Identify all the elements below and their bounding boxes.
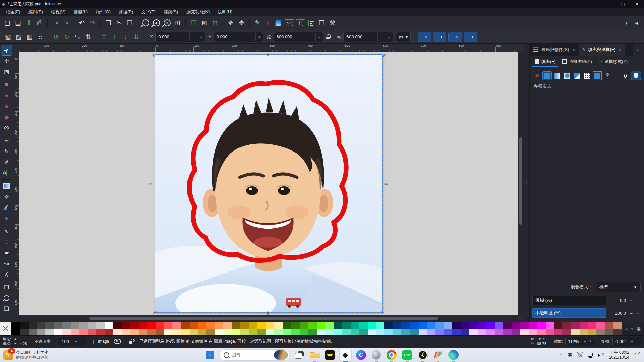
color-swatch[interactable] [486, 322, 495, 329]
edge-button[interactable] [447, 349, 460, 361]
line-button[interactable]: LINE [401, 349, 413, 361]
close-button[interactable]: ✕ [630, 0, 644, 8]
canva-button[interactable]: C [355, 349, 367, 361]
color-swatch[interactable] [419, 322, 427, 329]
blur-value[interactable]: 0.0 [606, 298, 628, 303]
move-gradients-toggle[interactable]: ⇢ [448, 32, 462, 42]
opacity-status-input[interactable] [58, 339, 73, 344]
clock-app-button[interactable] [417, 349, 429, 361]
lower-icon[interactable]: ↓ [120, 32, 131, 42]
menu-5[interactable]: 路徑(P) [115, 8, 137, 16]
opacity-plus-button[interactable]: + [635, 310, 641, 316]
no-color-swatch[interactable]: ✕ [0, 322, 11, 335]
scale-stroke-toggle[interactable]: ⇢ [418, 32, 431, 42]
color-swatch[interactable] [503, 329, 512, 335]
flip-horizontal-icon[interactable]: ⇆ [72, 32, 83, 42]
color-swatch[interactable] [274, 322, 283, 329]
color-swatch[interactable] [410, 329, 418, 335]
color-swatch[interactable] [206, 322, 215, 329]
color-swatch[interactable] [419, 329, 427, 335]
text-dialog-icon[interactable]: T [263, 18, 273, 28]
fill-none-button[interactable]: ✕ [533, 72, 541, 80]
deselect-icon[interactable]: ▦ [24, 32, 35, 42]
color-swatch[interactable] [384, 329, 393, 335]
search-highlight-thumbnail[interactable] [274, 350, 288, 360]
color-swatch[interactable] [172, 322, 181, 329]
tool-gradient[interactable] [1, 181, 12, 191]
duplicate-icon[interactable]: ❏ [188, 18, 199, 28]
redo-icon[interactable]: ↷ [87, 18, 98, 28]
opacity-value[interactable]: 100.0 [606, 311, 628, 316]
color-swatch[interactable] [190, 322, 198, 329]
notification-bell-icon[interactable] [634, 352, 639, 358]
color-swatch[interactable] [613, 322, 622, 329]
game-app-button[interactable] [324, 349, 336, 361]
height-field[interactable]: −+ [343, 32, 393, 42]
color-swatch[interactable] [588, 322, 596, 329]
rotation-plus-icon[interactable]: + [635, 339, 641, 344]
color-swatch[interactable] [613, 329, 622, 335]
import-icon[interactable]: ⇥ [50, 18, 61, 28]
tool-3dbox[interactable]: ◈ [1, 112, 12, 122]
height-input[interactable] [344, 34, 377, 39]
color-swatch[interactable] [580, 329, 588, 335]
fill-swatch-button[interactable] [593, 72, 601, 80]
color-swatch[interactable] [580, 322, 588, 329]
tool-calligraphy[interactable]: ✐ [1, 157, 12, 167]
blend-mode-dropdown[interactable]: 標準 ▾ [595, 282, 641, 292]
color-swatch[interactable] [461, 322, 469, 329]
menu-3[interactable]: 圖層(L) [69, 8, 92, 16]
minimize-button[interactable]: ─ [602, 0, 616, 8]
color-swatch[interactable] [469, 329, 478, 335]
color-swatch[interactable] [605, 329, 613, 335]
color-swatch[interactable] [317, 329, 325, 335]
palette-config-icon[interactable]: ▦ [637, 326, 641, 331]
color-swatch[interactable] [478, 322, 486, 329]
color-swatch[interactable] [130, 322, 139, 329]
color-swatch[interactable] [444, 322, 452, 329]
subtab-stroke-paint[interactable]: 邊框塗繪(P) [560, 57, 595, 67]
select-same-icon[interactable]: ⠶ [35, 32, 46, 42]
color-swatch[interactable] [37, 322, 45, 329]
fill-flat-button[interactable] [543, 72, 551, 80]
color-swatch[interactable] [29, 329, 37, 335]
handle-mid-left[interactable]: ↔ [148, 181, 153, 186]
subtab-fill[interactable]: 填充(F) [532, 57, 558, 67]
color-swatch[interactable] [79, 329, 88, 335]
tool-symbols[interactable]: ❏ [1, 304, 12, 314]
zoom-input[interactable] [566, 339, 582, 344]
tool-zoom[interactable] [1, 293, 12, 303]
volume-icon[interactable] [598, 353, 604, 357]
width-minus-icon[interactable]: − [308, 33, 315, 41]
color-swatch[interactable] [300, 329, 308, 335]
color-swatch[interactable] [113, 322, 121, 329]
tool-shape-builder[interactable]: ⬔ [1, 67, 12, 77]
x-minus-icon[interactable]: − [189, 33, 197, 41]
raise-icon[interactable]: ↑ [109, 32, 120, 42]
color-swatch[interactable] [147, 322, 156, 329]
color-swatch[interactable] [249, 322, 257, 329]
globe-app-button[interactable] [370, 349, 382, 361]
colored-lines-app-button[interactable] [432, 349, 444, 361]
draw-style-icon[interactable]: ✎ [252, 18, 263, 28]
x-input[interactable] [156, 34, 189, 39]
color-swatch[interactable] [401, 329, 410, 335]
layer-name[interactable]: Image [98, 339, 109, 344]
color-swatch[interactable] [45, 329, 54, 335]
y-input[interactable] [214, 34, 248, 39]
color-swatch[interactable] [342, 322, 351, 329]
color-swatch[interactable] [537, 329, 545, 335]
undo-icon[interactable]: ↶ [76, 18, 87, 28]
palette-scroll-down-icon[interactable]: ˅ [631, 326, 634, 331]
menu-4[interactable]: 物件(O) [92, 8, 115, 16]
color-swatch[interactable] [29, 322, 37, 329]
scale-corners-toggle[interactable]: ⇢ [433, 32, 446, 42]
horizontal-ruler[interactable]: -300-200-1000100200300400500600700800900 [19, 44, 518, 52]
blur-plus-button[interactable]: + [635, 298, 641, 303]
y-field[interactable]: −+ [214, 32, 263, 42]
color-swatch[interactable] [223, 322, 232, 329]
color-swatch[interactable] [62, 322, 71, 329]
color-swatch[interactable] [393, 329, 401, 335]
fill-stroke-indicator[interactable]: 填充: ≠ 邊框: ≠ 4.28 [3, 337, 27, 346]
group-lock-icon[interactable]: ⊠ [199, 18, 210, 28]
